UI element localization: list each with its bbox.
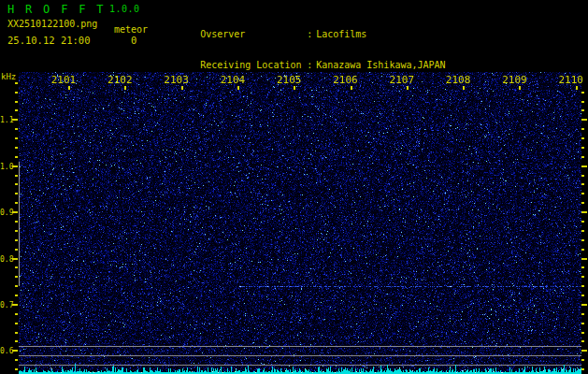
time-label: 2102	[105, 74, 135, 86]
app-version: 1.0.0	[109, 5, 140, 14]
freq-minor-tick	[15, 92, 18, 94]
freq-minor-tick-right	[581, 276, 584, 278]
freq-minor-tick	[15, 221, 18, 223]
time-label: 2110	[556, 74, 586, 86]
freq-minor-tick	[15, 285, 18, 287]
freq-minor-tick-right	[581, 221, 584, 223]
freq-minor-tick-right	[581, 109, 584, 111]
hrofft-window: H R O F F T 1.0.0 XX2510122100.png meteo…	[0, 0, 588, 374]
freq-minor-tick-right	[581, 193, 584, 194]
freq-minor-tick	[15, 332, 18, 334]
freq-minor-tick-right	[581, 92, 584, 94]
freq-minor-tick	[15, 295, 18, 296]
time-tick	[237, 86, 239, 90]
freq-tick-label: 0.9	[0, 209, 13, 217]
time-tick	[576, 86, 578, 90]
info-row-location: Receiving Location:Kanazawa Ishikawa,JAP…	[166, 51, 446, 64]
freq-minor-tick-right	[581, 183, 584, 185]
freq-minor-tick	[15, 313, 18, 315]
freq-minor-tick	[15, 323, 18, 324]
freq-tick-label: 0.6	[0, 347, 13, 355]
freq-minor-tick-right	[581, 368, 584, 370]
time-label: 2108	[443, 74, 473, 86]
freq-minor-tick-right	[581, 147, 584, 149]
freq-minor-tick	[15, 230, 18, 232]
freq-minor-tick-right	[581, 175, 584, 177]
freq-minor-tick	[15, 128, 18, 130]
freq-minor-tick-right	[581, 285, 584, 287]
freq-minor-tick	[15, 147, 18, 149]
freq-minor-tick	[15, 183, 18, 185]
time-label: 2107	[387, 74, 417, 86]
freq-minor-tick-right	[581, 101, 584, 103]
freq-major-tick-right	[581, 165, 587, 167]
time-tick	[463, 86, 465, 90]
freq-minor-tick-right	[581, 340, 584, 342]
freq-tick-label: 0.7	[0, 301, 13, 309]
app-title: H R O F F T	[7, 4, 106, 15]
freq-minor-tick	[15, 109, 18, 111]
freq-minor-tick	[15, 359, 18, 361]
spectrogram-canvas	[19, 72, 581, 374]
freq-major-tick-right	[581, 211, 587, 213]
y-axis-unit-label: kHz	[1, 73, 16, 81]
freq-minor-tick	[15, 137, 18, 139]
freq-tick-label: 1.0	[0, 163, 13, 171]
freq-minor-tick-right	[581, 359, 584, 361]
freq-major-tick-right	[581, 304, 587, 306]
freq-minor-tick-right	[581, 332, 584, 334]
time-tick	[294, 86, 295, 90]
time-label: 2109	[499, 74, 529, 86]
meteor-count-value: 0	[131, 36, 136, 46]
output-filename: XX2510122100.png	[7, 20, 97, 29]
freq-minor-tick-right	[581, 249, 584, 251]
freq-minor-tick-right	[581, 137, 584, 139]
info-label: Ovserver	[200, 30, 307, 39]
freq-tick-label: 0.8	[0, 255, 13, 264]
freq-minor-tick-right	[581, 202, 584, 204]
freq-minor-tick	[15, 82, 18, 84]
time-label: 2105	[274, 74, 304, 86]
freq-minor-tick	[15, 175, 18, 177]
freq-minor-tick-right	[581, 156, 584, 158]
freq-major-tick-right	[581, 258, 587, 260]
freq-minor-tick	[15, 266, 18, 268]
freq-minor-tick	[15, 276, 18, 278]
info-label: Receiving Location	[200, 61, 307, 70]
freq-minor-tick	[15, 239, 18, 241]
freq-minor-tick-right	[581, 295, 584, 296]
time-tick	[407, 86, 409, 90]
time-tick	[68, 86, 70, 90]
time-tick	[181, 86, 183, 90]
freq-major-tick-right	[581, 350, 587, 352]
info-separator: :	[307, 30, 316, 39]
freq-minor-tick	[15, 193, 18, 194]
info-row-observer: Ovserver:Lacofilms	[166, 21, 446, 33]
freq-minor-tick	[15, 340, 18, 342]
freq-tick-label: 1.1	[0, 116, 13, 124]
session-datetime: 25.10.12 21:00	[7, 36, 91, 46]
time-tick	[519, 86, 521, 90]
freq-minor-tick-right	[581, 128, 584, 130]
freq-minor-tick	[15, 368, 18, 370]
freq-major-tick-right	[581, 119, 587, 121]
time-label: 2103	[162, 74, 192, 86]
freq-minor-tick	[15, 249, 18, 251]
info-separator: :	[307, 61, 316, 70]
info-value: Kanazawa Ishikawa,JAPAN	[316, 60, 445, 70]
freq-minor-tick	[15, 202, 18, 204]
freq-minor-tick-right	[581, 266, 584, 268]
time-label: 2104	[218, 74, 248, 86]
freq-minor-tick	[15, 156, 18, 158]
freq-minor-tick-right	[581, 230, 584, 232]
time-label: 2101	[49, 74, 79, 86]
freq-minor-tick	[15, 101, 18, 103]
freq-minor-tick-right	[581, 323, 584, 324]
info-value: Lacofilms	[316, 29, 366, 39]
freq-minor-tick-right	[581, 239, 584, 241]
time-tick	[124, 86, 126, 90]
observation-mode-label: meteor	[114, 25, 148, 35]
freq-minor-tick-right	[581, 313, 584, 315]
time-tick	[351, 86, 352, 90]
time-label: 2106	[331, 74, 361, 86]
